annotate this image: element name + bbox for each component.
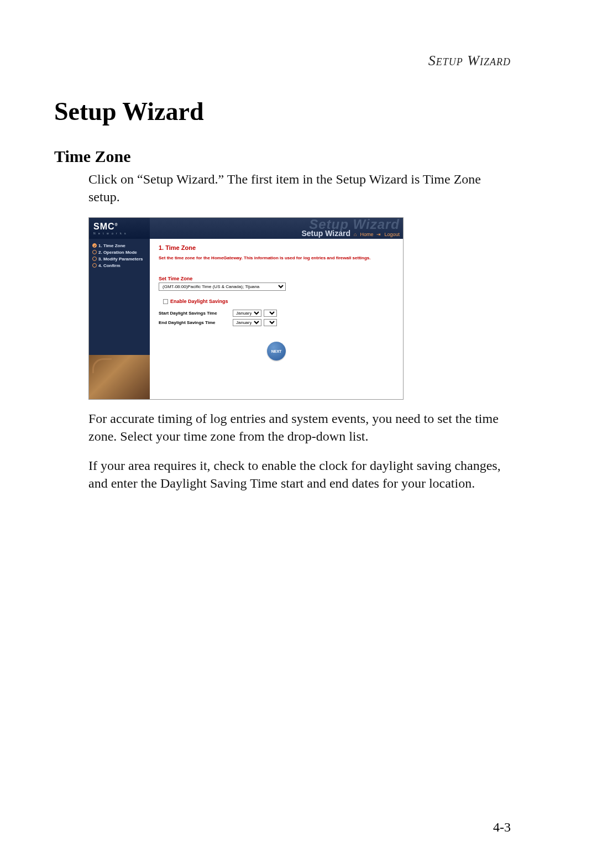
home-link[interactable]: Home [360, 232, 373, 237]
paragraph-2: For accurate timing of log entries and s… [88, 410, 511, 446]
start-month-select[interactable]: January [233, 310, 261, 317]
page-header-right: Setup Wizard [54, 53, 511, 69]
step-label: 4. Confirm [98, 263, 121, 268]
start-dst-row: Start Daylight Savings Time January 1 [159, 310, 394, 317]
next-button[interactable]: NEXT [267, 342, 286, 360]
logo-text: SMC® [93, 222, 150, 232]
start-day-select[interactable]: 1 [264, 310, 277, 317]
next-label: NEXT [271, 349, 282, 353]
step-label: 1. Time Zone [98, 243, 125, 248]
ss-titlebar: Setup Wizard Setup Wizard ⌂ Home ⇥ Logou… [150, 218, 403, 239]
check-icon: ✓ [92, 243, 97, 248]
panel-description: Set the time zone for the HomeGateway. T… [159, 255, 394, 261]
end-day-select[interactable]: 1 [264, 319, 277, 326]
breadcrumb-main: Setup Wizard [301, 229, 350, 238]
logo-subtext: N e t w o r k s [93, 232, 150, 235]
start-dst-label: Start Daylight Savings Time [159, 311, 231, 316]
circle-icon [92, 250, 97, 254]
enable-dst-row[interactable]: Enable Daylight Savings [163, 299, 394, 304]
step-1-timezone[interactable]: ✓ 1. Time Zone [92, 243, 146, 248]
section-heading: Time Zone [54, 147, 511, 166]
end-month-select[interactable]: January [233, 319, 261, 326]
logout-link[interactable]: Logout [384, 232, 400, 237]
timezone-select[interactable]: (GMT-08:00)Pacific Time (US & Canada); T… [159, 283, 286, 291]
circle-icon [92, 257, 97, 261]
dst-checkbox[interactable] [163, 299, 168, 304]
step-2-operation-mode[interactable]: 2. Operation Mode [92, 250, 146, 255]
dst-label: Enable Daylight Savings [170, 299, 228, 304]
set-timezone-label: Set Time Zone [159, 276, 394, 281]
page-number: 4-3 [493, 820, 511, 835]
step-label: 3. Modify Parameters [98, 257, 143, 262]
end-dst-label: End Daylight Savings Time [159, 320, 231, 325]
wizard-steps: ✓ 1. Time Zone 2. Operation Mode 3. Modi… [89, 239, 150, 274]
paragraph-3: If your area requires it, check to enabl… [88, 457, 511, 493]
home-icon: ⌂ [354, 232, 357, 237]
wizard-main-panel: 1. Time Zone Set the time zone for the H… [150, 239, 403, 399]
step-label: 2. Operation Mode [98, 250, 137, 255]
wizard-sidebar: ✓ 1. Time Zone 2. Operation Mode 3. Modi… [89, 239, 150, 399]
smc-logo: SMC® N e t w o r k s [89, 218, 150, 239]
breadcrumb: Setup Wizard ⌂ Home ⇥ Logout [301, 229, 400, 238]
panel-heading: 1. Time Zone [159, 244, 394, 251]
circle-icon [92, 263, 97, 268]
logout-icon: ⇥ [376, 232, 381, 237]
end-dst-row: End Daylight Savings Time January 1 [159, 319, 394, 326]
step-3-modify-parameters[interactable]: 3. Modify Parameters [92, 257, 146, 262]
ss-topbar: SMC® N e t w o r k s Setup Wizard Setup … [89, 218, 403, 239]
step-4-confirm[interactable]: 4. Confirm [92, 263, 146, 268]
page-title: Setup Wizard [54, 97, 511, 126]
embedded-screenshot: SMC® N e t w o r k s Setup Wizard Setup … [88, 217, 404, 400]
ss-body: ✓ 1. Time Zone 2. Operation Mode 3. Modi… [89, 239, 403, 399]
paragraph-intro: Click on “Setup Wizard.” The first item … [88, 170, 511, 206]
sidebar-decoration [89, 355, 150, 399]
